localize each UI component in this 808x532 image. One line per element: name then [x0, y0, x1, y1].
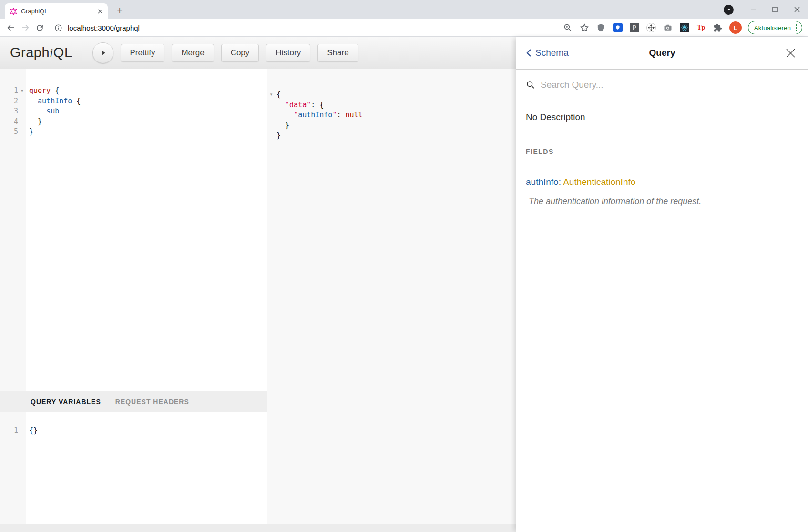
chevron-down-icon: [726, 7, 732, 12]
browser-menu-kebab-icon[interactable]: [795, 23, 798, 32]
toolbar-button[interactable]: History: [266, 44, 310, 62]
result-viewer: ▾ { ▾ "data": { ▾ "authInfo": null ▾ } ▾…: [267, 69, 516, 524]
site-info-icon[interactable]: [54, 24, 62, 32]
extensions-puzzle-icon[interactable]: [713, 22, 723, 33]
field-description: The authentication information of the re…: [529, 196, 798, 206]
forward-icon[interactable]: [18, 20, 32, 35]
toolbar-button[interactable]: Copy: [221, 44, 259, 62]
react-devtools-extension-icon[interactable]: [679, 22, 690, 33]
move-extension-icon[interactable]: [646, 22, 656, 33]
code-line: 5 ▾ }: [0, 127, 267, 137]
toolbar-button[interactable]: Share: [317, 44, 358, 62]
docs-close-button[interactable]: [786, 48, 796, 58]
result-line: ▾ }: [267, 131, 516, 141]
code-line: 2 ▾ authInfo {: [0, 96, 267, 107]
url-text[interactable]: localhost:3000/graphql: [68, 24, 140, 32]
variables-tabbar: QUERY VARIABLES REQUEST HEADERS: [0, 391, 267, 412]
address-bar: localhost:3000/graphql P: [0, 19, 808, 37]
field-type-link[interactable]: AuthenticationInfo: [563, 177, 635, 187]
zoom-icon[interactable]: [563, 22, 573, 33]
reload-icon[interactable]: [32, 20, 47, 35]
code-line: 1 ▾ {}: [0, 426, 267, 436]
docs-panel: Query Schema No Description FIELDS authI…: [516, 37, 808, 532]
line-number: 2: [0, 96, 18, 107]
line-number: 5: [0, 127, 18, 137]
close-window-button[interactable]: [786, 0, 808, 19]
query-editor[interactable]: 1 ▾ query { 2 ▾ authInfo { 3 ▾ sub 4 ▾ }: [0, 69, 267, 391]
code-line: 1 ▾ query {: [0, 86, 267, 96]
graphql-favicon-icon: [10, 8, 17, 15]
bitwarden-extension-icon[interactable]: [613, 22, 623, 33]
profile-avatar[interactable]: L: [729, 21, 742, 34]
bookmark-star-icon[interactable]: [579, 22, 590, 33]
schema-back-button[interactable]: Schema: [526, 48, 569, 58]
tp-extension-icon[interactable]: Tp: [696, 22, 706, 33]
fold-icon[interactable]: ▾: [18, 86, 26, 96]
no-description-text: No Description: [526, 112, 798, 123]
tab-search-button[interactable]: [724, 5, 734, 15]
browser-tab[interactable]: GraphiQL: [5, 3, 108, 19]
docs-search-input[interactable]: [541, 80, 798, 90]
execute-button[interactable]: [92, 42, 113, 63]
line-number: 1: [0, 86, 18, 96]
toolbar-button[interactable]: Merge: [172, 44, 214, 62]
fold-icon[interactable]: ▾: [267, 90, 276, 100]
minimize-button[interactable]: [742, 0, 764, 19]
result-line: ▾ "authInfo": null: [267, 110, 516, 121]
line-number: 1: [0, 426, 18, 436]
code-line: 4 ▾ }: [0, 117, 267, 127]
line-number: 3: [0, 106, 18, 117]
line-number: 4: [0, 117, 18, 127]
ublock-extension-icon[interactable]: [596, 22, 606, 33]
close-icon: [786, 48, 796, 58]
update-button[interactable]: Aktualisieren: [748, 21, 802, 34]
toolbar-button[interactable]: Prettify: [121, 44, 165, 62]
back-icon[interactable]: [4, 20, 18, 35]
schema-back-label: Schema: [535, 48, 569, 58]
horizontal-scrollbar[interactable]: [0, 524, 516, 532]
graphiql-logo: GraphiQL: [10, 45, 72, 61]
variables-tab[interactable]: QUERY VARIABLES: [31, 398, 101, 406]
new-tab-button[interactable]: +: [113, 4, 126, 17]
graphiql-toolbar: GraphiQL Prettify Merge Copy History Sha…: [0, 37, 516, 69]
variables-tab[interactable]: REQUEST HEADERS: [115, 398, 189, 406]
tab-close-icon[interactable]: [96, 8, 104, 15]
result-line: ▾ {: [267, 90, 516, 100]
search-icon: [526, 80, 535, 90]
fields-heading: FIELDS: [526, 148, 798, 155]
docs-header: Query Schema: [516, 37, 808, 70]
field-name-link[interactable]: authInfo: [526, 177, 559, 187]
code-line: 3 ▾ sub: [0, 106, 267, 117]
tab-title: GraphiQL: [21, 8, 92, 15]
maximize-button[interactable]: [764, 0, 786, 19]
omnibox[interactable]: localhost:3000/graphql: [54, 24, 140, 32]
field-row: authInfo: AuthenticationInfo: [526, 177, 798, 187]
result-line: ▾ }: [267, 121, 516, 131]
play-icon: [99, 49, 107, 57]
browser-titlebar: GraphiQL +: [0, 0, 808, 19]
fields-divider: [526, 164, 798, 164]
docs-search-row: [526, 70, 798, 100]
variables-editor[interactable]: 1 ▾ {}: [0, 412, 267, 524]
camera-extension-icon[interactable]: [663, 22, 673, 33]
update-button-label: Aktualisieren: [754, 24, 791, 31]
p-extension-icon[interactable]: P: [629, 22, 640, 33]
chevron-left-icon: [526, 49, 532, 57]
result-line: ▾ "data": {: [267, 100, 516, 111]
field-colon: :: [559, 177, 561, 187]
